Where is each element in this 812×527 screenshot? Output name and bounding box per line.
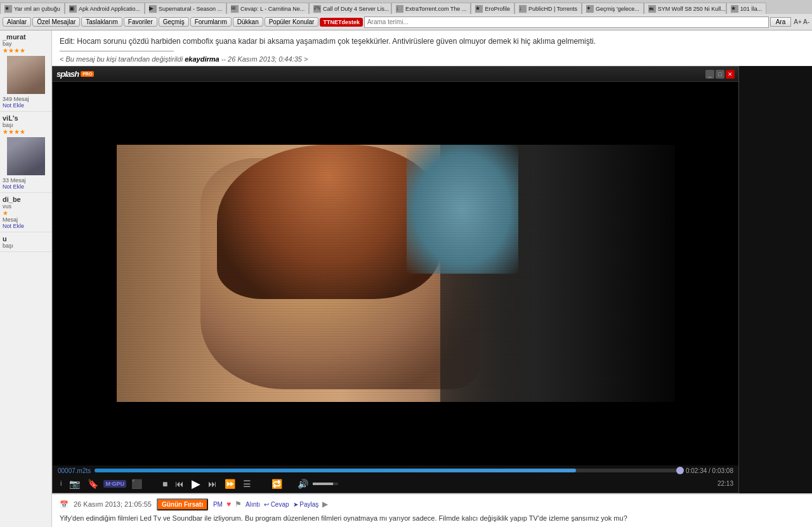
tab-6[interactable]: ★ EroProfile: [471, 3, 514, 14]
user2-avatar: [7, 137, 45, 175]
post-top: Edit: Hocam sorunu çözdü harbiden combof…: [52, 30, 812, 66]
tab-2[interactable]: ▶ Supernatural - Season ...: [145, 3, 226, 14]
volume-button[interactable]: 🔊: [295, 478, 311, 490]
user2-stars: ★★★★: [3, 128, 49, 135]
aa-btn[interactable]: A+ A-: [794, 18, 809, 25]
tab-8[interactable]: ✦ Geçmiş 'gelece...: [582, 3, 644, 14]
progress-bar-row: 00007.m2ts 0:02:34 / 0:03:08: [58, 467, 733, 474]
edit-label: < Bu mesaj bu kişi tarafından değiştiril…: [60, 55, 183, 63]
play-button[interactable]: ▶: [189, 477, 203, 491]
player-window-controls: _ □ ✕: [705, 70, 735, 79]
tab-9[interactable]: 🏍 SYM Wolf S8 250 Ni Kull...: [644, 3, 726, 14]
user-card-2: viL's başı ★★★★ 33 Mesaj Not Ekle: [0, 112, 51, 193]
more-icon: ▶: [322, 500, 328, 509]
tab-2-icon: ▶: [149, 5, 157, 13]
user2-note[interactable]: Not Ekle: [3, 183, 49, 190]
pm-button[interactable]: PM: [213, 501, 223, 508]
video-frame[interactable]: [53, 82, 738, 465]
search-button[interactable]: Ara: [770, 17, 792, 27]
file-label: 00007.m2ts: [58, 467, 91, 474]
next-button[interactable]: ⏭: [206, 478, 219, 490]
divider: [60, 51, 174, 51]
tab-1-icon: ▣: [69, 5, 77, 13]
tab-4[interactable]: 🎮 Call of Duty 4 Server Lis...: [309, 3, 391, 14]
edit-note: < Bu mesaj bu kişi tarafından değiştiril…: [60, 55, 804, 63]
user2-rank: başı: [3, 122, 49, 128]
tab-0[interactable]: ★ Yar ıml arı çubuğu: [0, 3, 65, 14]
window-maximize-button[interactable]: □: [716, 70, 724, 79]
nav-forumlarm[interactable]: Forumlarım: [190, 17, 232, 27]
user3-stars: ★: [3, 210, 49, 217]
nav-populer[interactable]: Popüler Konular: [265, 17, 319, 27]
user2-message-count: 33 Mesaj: [3, 177, 49, 183]
reply-button-bottom[interactable]: ↩ Cevap: [264, 501, 289, 508]
prev-button[interactable]: ⏮: [173, 478, 187, 490]
fastfwd-button[interactable]: ⏩: [222, 478, 238, 490]
tab-0-icon: ★: [4, 5, 12, 13]
content-area: Edit: Hocam sorunu çözdü harbiden combof…: [52, 30, 812, 527]
nav-taslaklar[interactable]: Taslaklarım: [81, 17, 122, 27]
playlist-button[interactable]: ☰: [240, 478, 254, 490]
post-actions: PM ♥ ⚑ Alıntı ↩ Cevap ➤ Paylaş ▶: [213, 500, 328, 509]
repeat-button[interactable]: 🔁: [269, 478, 285, 490]
gunun-firsati-button[interactable]: Günün Fırsatı: [157, 498, 208, 510]
tab-5[interactable]: ↓ ExtraTorrent.com The ...: [391, 3, 471, 14]
tab-1[interactable]: ▣ Apk Android Applicatio...: [65, 3, 145, 14]
tab-3[interactable]: ✉ Cevap: L - Carnitina Ne...: [226, 3, 309, 14]
date-icon: 📅: [60, 500, 69, 509]
user1-note[interactable]: Not Ekle: [3, 102, 49, 109]
bookmark-button[interactable]: 🔖: [85, 478, 101, 490]
nav-ozel-mesajlar[interactable]: Özel Mesajlar: [32, 17, 80, 27]
user2-avatar-img: [7, 137, 45, 175]
user1-avatar: [7, 56, 45, 94]
nav-alanlar[interactable]: Alanlar: [3, 17, 31, 27]
quote-button[interactable]: Alıntı: [246, 501, 260, 508]
user3-note[interactable]: Not Ekle: [3, 223, 49, 229]
edit-date: -- 26 Kasım 2013; 0:44:35 >: [221, 55, 308, 63]
tab-7-icon: ↓: [519, 5, 527, 13]
info-button[interactable]: i: [58, 479, 64, 488]
main-layout: _murat bay ★★★★ 349 Mesaj Not Ekle viL's…: [0, 30, 812, 527]
heart-icon: ♥: [226, 500, 231, 509]
time-display: 0:02:34 / 0:03:08: [686, 467, 733, 474]
window-close-button[interactable]: ✕: [726, 70, 735, 79]
user1-stars: ★★★★: [3, 47, 49, 54]
search-input[interactable]: [364, 17, 769, 28]
stop-button[interactable]: ■: [160, 478, 170, 490]
clock-display: 22:13: [717, 480, 733, 487]
tab-9-icon: 🏍: [648, 5, 656, 13]
volume-bar[interactable]: [313, 483, 338, 485]
user1-message-count: 349 Mesaj: [3, 96, 49, 102]
tab-8-icon: ✦: [586, 5, 594, 13]
user4-name: u: [3, 235, 49, 243]
tab-10[interactable]: ★ 101 İla...: [726, 3, 767, 14]
aspect-button[interactable]: ⬛: [129, 478, 145, 490]
nav-favoriler[interactable]: Favoriler: [124, 17, 157, 27]
user3-rank: vus: [3, 203, 49, 210]
pro-badge: PRO: [81, 71, 94, 77]
user-card-1: _murat bay ★★★★ 349 Mesaj Not Ekle: [0, 30, 51, 112]
editor-name: ekaydirma: [185, 55, 219, 63]
window-minimize-button[interactable]: _: [705, 70, 714, 79]
player-window: splash PRO _ □ ✕: [52, 66, 739, 493]
user1-avatar-img: [7, 56, 45, 94]
video-player-container: splash PRO _ □ ✕: [52, 66, 812, 493]
user3-message-count: Mesaj: [3, 217, 49, 223]
nav-dukkan[interactable]: Dükkan: [233, 17, 263, 27]
progress-handle[interactable]: [676, 467, 684, 474]
user-card-4: u başı: [0, 232, 51, 252]
tab-5-icon: ↓: [396, 5, 403, 13]
share-button-bottom[interactable]: ➤ Paylaş: [293, 501, 319, 508]
nav-gecmis[interactable]: Geçmiş: [159, 17, 189, 27]
post-meta: 📅 26 Kasım 2013; 21:05:55 Günün Fırsatı …: [60, 498, 804, 510]
tab-10-icon: ★: [731, 5, 738, 13]
volume-fill: [313, 483, 333, 485]
ttnet-logo: TTNETdestek: [320, 18, 363, 27]
tab-7[interactable]: ↓ PublicHD | Torrents: [514, 3, 582, 14]
screenshot-button[interactable]: 📷: [67, 478, 82, 490]
post-date: 26 Kasım 2013; 21:05:55: [74, 500, 152, 508]
progress-bar[interactable]: [95, 469, 682, 472]
post-bottom: 📅 26 Kasım 2013; 21:05:55 Günün Fırsatı …: [52, 493, 812, 528]
post-edit-text: Edit: Hocam sorunu çözdü harbiden combof…: [60, 36, 804, 47]
browser-tabs: ★ Yar ıml arı çubuğu ▣ Apk Android Appli…: [0, 0, 812, 14]
